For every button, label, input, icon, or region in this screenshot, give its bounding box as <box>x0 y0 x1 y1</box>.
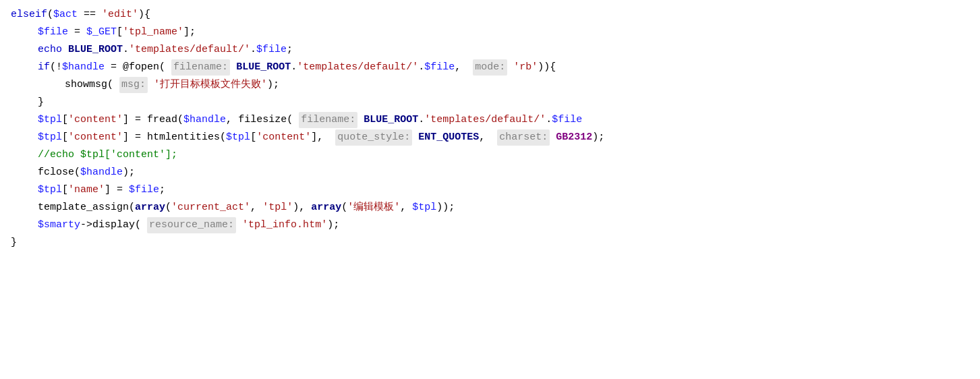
code-line-10: fclose($handle); <box>0 165 980 182</box>
code-line-2: $file = $_GET['tpl_name']; <box>0 24 980 42</box>
code-line-12: template_assign(array('current_act', 'tp… <box>0 200 980 217</box>
code-line-13: $smarty->display( resource_name: 'tpl_in… <box>0 217 980 235</box>
code-line-8: $tpl['content'] = htmlentities($tpl['con… <box>0 129 980 147</box>
code-line-11: $tpl['name'] = $file; <box>0 182 980 200</box>
code-line-7: $tpl['content'] = fread($handle, filesiz… <box>0 112 980 129</box>
code-line-6: } <box>0 94 980 112</box>
code-editor: elseif($act == 'edit'){ $file = $_GET['t… <box>0 0 980 379</box>
code-line-3: echo BLUE_ROOT.'templates/default/'.$fil… <box>0 42 980 59</box>
code-line-1: elseif($act == 'edit'){ <box>0 7 980 24</box>
code-line-14: } <box>0 235 980 252</box>
code-line-9: //echo $tpl['content']; <box>0 147 980 165</box>
code-line-5: showmsg( msg: '打开目标模板文件失败'); <box>0 77 980 94</box>
keyword-elseif: elseif <box>11 7 47 23</box>
code-line-4: if(!$handle = @fopen( filename: BLUE_ROO… <box>0 59 980 77</box>
